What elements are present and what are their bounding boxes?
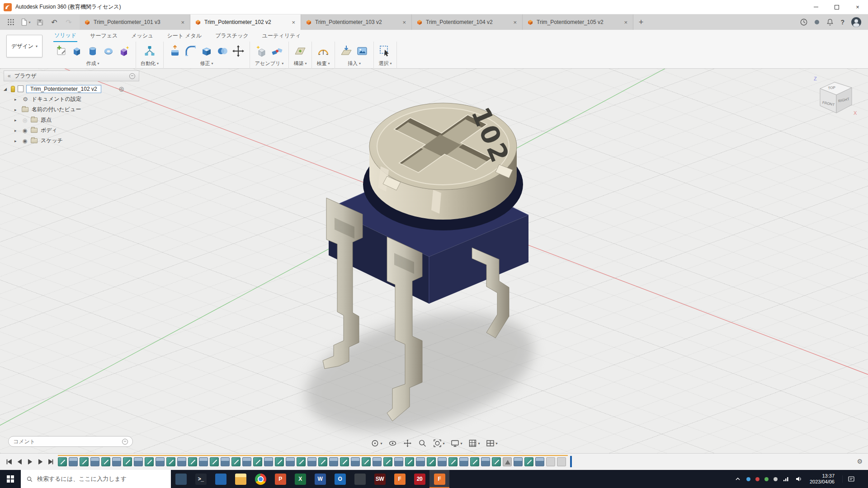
maximize-button[interactable] (826, 0, 847, 14)
combine-icon[interactable] (216, 44, 229, 58)
network-icon[interactable] (783, 475, 790, 483)
taskbar-app-pinned-2[interactable] (211, 470, 231, 488)
timeline-feature-box-icon[interactable] (134, 457, 143, 466)
document-tab-2-active[interactable]: Trim_Potentiometer_102 v2 × (190, 14, 301, 30)
timeline-feature-box-icon[interactable] (351, 457, 360, 466)
construction-plane-icon[interactable] (293, 44, 307, 58)
taskbar-app-fusion-360-active[interactable]: F (429, 470, 449, 488)
play-icon[interactable] (25, 457, 34, 466)
close-tab-icon[interactable]: × (180, 19, 185, 26)
insert-mesh-icon[interactable] (340, 44, 353, 58)
redo-icon[interactable]: ↷ (62, 16, 75, 28)
orbit-icon[interactable]: ▾ (369, 438, 383, 449)
taskbar-app-word[interactable]: W (310, 470, 330, 488)
timeline-feature-sketch-icon[interactable] (275, 457, 284, 466)
root-component-name[interactable]: Trim_Potentiometer_102 v2 (26, 85, 101, 93)
timeline-feature-sketch-icon[interactable] (80, 457, 89, 466)
expand-arrow-icon[interactable]: ▸ (14, 97, 19, 102)
tray-app-icon[interactable] (755, 477, 760, 481)
timeline-feature-sketch-icon[interactable] (405, 457, 414, 466)
taskbar-app-pinned-1[interactable] (171, 470, 191, 488)
group-label-modify[interactable]: 修正▾ (200, 60, 213, 67)
torus-icon[interactable] (102, 44, 115, 58)
taskbar-app-pinned-4[interactable]: 20 (410, 470, 429, 488)
pan-icon[interactable] (402, 438, 413, 449)
timeline-feature-sketch-icon[interactable] (58, 457, 67, 466)
timeline-feature-box-icon[interactable] (199, 457, 208, 466)
timeline-feature-sketch-icon[interactable] (145, 457, 154, 466)
group-label-inspect[interactable]: 検査▾ (317, 60, 330, 67)
timeline-feature-box-icon[interactable] (329, 457, 338, 466)
display-settings-icon[interactable]: ▾ (449, 438, 463, 449)
timeline-position-marker[interactable] (569, 456, 573, 467)
step-forward-icon[interactable] (36, 457, 45, 466)
app-grid-menu-icon[interactable] (5, 16, 17, 28)
timeline-feature-sketch-icon[interactable] (318, 457, 327, 466)
group-label-create[interactable]: 作成▾ (86, 60, 99, 67)
timeline-feature-box-icon[interactable] (286, 457, 295, 466)
taskbar-app-fusion-360[interactable]: F (390, 470, 410, 488)
go-to-end-icon[interactable] (46, 457, 55, 466)
timeline-feature-sketch-icon[interactable] (362, 457, 371, 466)
tab-sheet-metal[interactable]: シート メタル (166, 30, 203, 42)
browser-item-bodies[interactable]: ▸ ◉ ボディ (4, 125, 139, 136)
expand-arrow-icon[interactable]: ▸ (14, 108, 19, 112)
timeline-feature-sketch-icon[interactable] (188, 457, 197, 466)
action-center-icon[interactable] (842, 475, 859, 483)
timeline-feature-sketch-icon[interactable] (166, 457, 175, 466)
taskbar-app-terminal[interactable]: >_ (191, 470, 211, 488)
timeline-feature-sketch-icon[interactable] (253, 457, 262, 466)
save-icon[interactable] (33, 16, 46, 28)
taskbar-app-explorer[interactable] (231, 470, 250, 488)
timeline-feature-box-icon[interactable] (307, 457, 316, 466)
tray-app-icon[interactable] (774, 477, 778, 481)
timeline-feature-gray-icon[interactable] (557, 457, 566, 466)
browser-item-document-settings[interactable]: ▸ ⚙ ドキュメントの設定 (4, 94, 139, 104)
browser-item-origin[interactable]: ▸ ◎ 原点 (4, 115, 139, 125)
timeline-feature-box-icon[interactable] (514, 457, 523, 466)
tray-app-icon[interactable] (764, 477, 769, 481)
grid-settings-icon[interactable]: ▾ (467, 438, 481, 449)
comment-input[interactable]: コメント (8, 436, 133, 447)
close-tab-icon[interactable]: × (512, 19, 518, 26)
timeline-feature-box-icon[interactable] (416, 457, 425, 466)
primitive-box-icon[interactable] (118, 44, 131, 58)
job-status-icon[interactable] (800, 18, 808, 26)
document-tab-1[interactable]: Trim_Potentiometer_101 v3 × (80, 14, 190, 30)
tab-surface[interactable]: サーフェス (89, 30, 118, 42)
expand-arrow-icon[interactable]: ▸ (14, 139, 19, 143)
viewport-canvas[interactable]: 102 « ブラウザ ◢ Trim_Potentiometer_102 v2 ◎ (0, 69, 868, 453)
user-avatar[interactable] (851, 17, 862, 28)
close-button[interactable]: × (847, 0, 868, 14)
close-tab-icon[interactable]: × (291, 19, 296, 26)
look-at-icon[interactable] (387, 438, 398, 449)
move-copy-icon[interactable] (231, 44, 245, 58)
new-document-icon[interactable]: ▾ (19, 16, 32, 28)
timeline-feature-sketch-icon[interactable] (470, 457, 479, 466)
select-cursor-icon[interactable] (378, 44, 392, 58)
timeline-feature-box-icon[interactable] (535, 457, 544, 466)
timeline-feature-sketch-icon[interactable] (231, 457, 241, 466)
visibility-eye-icon[interactable]: ◉ (22, 127, 28, 134)
tab-mesh[interactable]: メッシュ (130, 30, 154, 42)
canvas-image-icon[interactable] (355, 44, 369, 58)
timeline-feature-box-icon[interactable] (112, 457, 121, 466)
document-tab-3[interactable]: Trim_Potentiometer_103 v2 × (301, 14, 412, 30)
taskbar-app-excel[interactable]: X (290, 470, 310, 488)
timeline-feature-box-icon[interactable] (242, 457, 251, 466)
close-tab-icon[interactable]: × (401, 19, 407, 26)
taskbar-app-pinned-3[interactable] (350, 470, 370, 488)
tab-solid[interactable]: ソリッド (53, 30, 77, 42)
browser-item-named-views[interactable]: ▸ 名前の付いたビュー (4, 104, 139, 115)
timeline-feature-sketch-icon[interactable] (427, 457, 436, 466)
fit-view-icon[interactable]: ▾ (432, 438, 445, 449)
timeline-feature-box-icon[interactable] (69, 457, 78, 466)
create-sketch-icon[interactable] (54, 44, 68, 58)
timeline-feature-cone-icon[interactable] (503, 457, 512, 466)
new-component-icon[interactable] (255, 44, 268, 58)
group-label-assemble[interactable]: アセンブリ▾ (255, 60, 283, 67)
taskbar-search-input[interactable]: 検索するには、ここに入力します (21, 470, 171, 488)
start-button[interactable] (0, 470, 21, 488)
timeline-feature-box-icon[interactable] (459, 457, 468, 466)
visibility-bulb-icon[interactable] (11, 86, 15, 92)
